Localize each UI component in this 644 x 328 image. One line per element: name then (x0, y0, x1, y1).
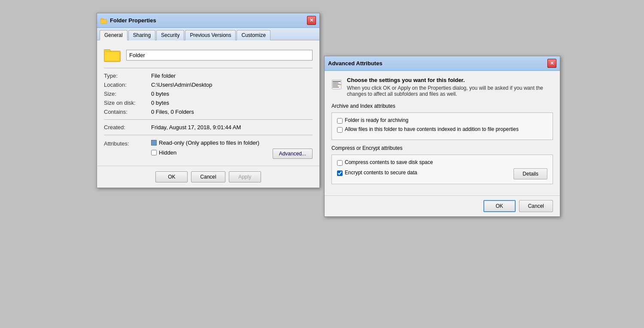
title-folder-icon (100, 17, 107, 24)
adv-desc-line2: When you click OK or Apply on the Proper… (347, 85, 553, 97)
hidden-checkbox-row: Hidden (151, 149, 176, 156)
folder-props-title: Folder Properties (100, 17, 156, 24)
compress-label: Compress contents to save disk space (345, 159, 433, 165)
svg-rect-7 (333, 82, 338, 83)
archive-checkbox-row: Folder is ready for archiving (337, 117, 547, 124)
adv-ok-button[interactable]: OK (483, 200, 516, 212)
type-row: Type: File folder (104, 73, 313, 79)
svg-rect-10 (333, 87, 339, 87)
created-label: Created: (104, 124, 151, 131)
attributes-controls: Read-only (Only applies to files in fold… (151, 140, 313, 159)
size-on-disk-label: Size on disk: (104, 100, 151, 106)
advanced-attributes-window: Advanced Attributes ✕ Choose the setting… (324, 56, 560, 217)
folder-name-input[interactable] (126, 50, 313, 61)
general-tab-content: Type: File folder Location: C:\Users\Adm… (97, 40, 319, 166)
svg-rect-1 (100, 18, 103, 20)
advanced-attrs-header: Choose the settings you want for this fo… (331, 77, 553, 97)
folder-large-icon (104, 47, 121, 63)
svg-rect-8 (333, 84, 340, 85)
created-value: Friday, August 17, 2018, 9:01:44 AM (151, 124, 241, 131)
contains-row: Contains: 0 Files, 0 Folders (104, 109, 313, 115)
archive-label: Folder is ready for archiving (345, 117, 408, 123)
contains-label: Contains: (104, 109, 151, 115)
encrypt-checkbox[interactable] (337, 170, 343, 176)
adv-cancel-button[interactable]: Cancel (519, 200, 553, 212)
compress-checkbox-row: Compress contents to save disk space (337, 159, 547, 166)
advanced-attrs-title: Advanced Attributes (328, 60, 383, 67)
tab-previous-versions[interactable]: Previous Versions (185, 30, 236, 40)
advanced-attrs-title-bar: Advanced Attributes ✕ (325, 56, 560, 71)
location-value: C:\Users\Admin\Desktop (151, 82, 212, 88)
folder-header (104, 47, 313, 63)
readonly-checkbox[interactable] (151, 140, 157, 146)
archive-checkbox[interactable] (337, 118, 343, 124)
attributes-row: Attributes: Read-only (Only applies to f… (104, 140, 313, 159)
compress-section-title: Compress or Encrypt attributes (331, 145, 553, 151)
readonly-checkbox-row: Read-only (Only applies to files in fold… (151, 140, 313, 146)
readonly-label: Read-only (Only applies to files in fold… (159, 140, 259, 146)
advanced-attrs-buttons: OK Cancel (325, 195, 560, 216)
size-on-disk-value: 0 bytes (151, 100, 169, 106)
compress-section-box: Compress contents to save disk space Enc… (331, 155, 553, 184)
advanced-attrs-description: Choose the settings you want for this fo… (347, 77, 553, 97)
folder-properties-window: Folder Properties ✕ General Sharing Secu… (97, 13, 320, 188)
location-row: Location: C:\Users\Admin\Desktop (104, 82, 313, 88)
contains-value: 0 Files, 0 Folders (151, 109, 194, 115)
tab-general[interactable]: General (100, 30, 128, 40)
separator-2 (104, 119, 313, 120)
size-value: 0 bytes (151, 91, 169, 97)
cancel-button[interactable]: Cancel (191, 171, 225, 182)
index-label: Allow files in this folder to have conte… (345, 126, 519, 132)
separator-3 (104, 135, 313, 135)
size-label: Size: (104, 91, 151, 97)
index-checkbox-row: Allow files in this folder to have conte… (337, 126, 547, 133)
folder-props-tabs: General Sharing Security Previous Versio… (97, 28, 319, 40)
advanced-attrs-close-button[interactable]: ✕ (547, 59, 556, 68)
folder-props-close-button[interactable]: ✕ (307, 16, 316, 25)
apply-button[interactable]: Apply (229, 171, 261, 182)
ok-button[interactable]: OK (155, 171, 188, 182)
svg-rect-4 (105, 52, 120, 61)
size-row: Size: 0 bytes (104, 91, 313, 97)
advanced-button[interactable]: Advanced... (273, 149, 313, 159)
encrypt-checkbox-row: Encrypt contents to secure data (337, 170, 510, 176)
tab-customize[interactable]: Customize (237, 30, 270, 40)
details-button[interactable]: Details (513, 168, 547, 179)
encrypt-label: Encrypt contents to secure data (345, 170, 417, 176)
size-on-disk-row: Size on disk: 0 bytes (104, 100, 313, 106)
hidden-label: Hidden (159, 149, 176, 156)
svg-rect-9 (333, 85, 338, 86)
type-label: Type: (104, 73, 151, 79)
adv-desc-line1: Choose the settings you want for this fo… (347, 77, 553, 83)
svg-rect-6 (333, 81, 341, 82)
folder-props-buttons: OK Cancel Apply (97, 166, 319, 188)
type-value: File folder (151, 73, 176, 79)
attributes-label: Attributes: (104, 140, 151, 147)
compress-checkbox[interactable] (337, 160, 343, 166)
separator-1 (104, 68, 313, 68)
archive-section-title: Archive and Index attributes (331, 103, 553, 109)
advanced-attrs-icon (331, 77, 342, 92)
tab-sharing[interactable]: Sharing (128, 30, 155, 40)
hidden-checkbox[interactable] (151, 150, 157, 155)
folder-props-title-bar: Folder Properties ✕ (97, 13, 319, 28)
index-checkbox[interactable] (337, 127, 343, 133)
location-label: Location: (104, 82, 151, 88)
created-row: Created: Friday, August 17, 2018, 9:01:4… (104, 124, 313, 131)
svg-rect-0 (100, 19, 107, 24)
advanced-attrs-content: Choose the settings you want for this fo… (325, 71, 560, 195)
tab-security[interactable]: Security (156, 30, 184, 40)
archive-section-box: Folder is ready for archiving Allow file… (331, 112, 553, 140)
